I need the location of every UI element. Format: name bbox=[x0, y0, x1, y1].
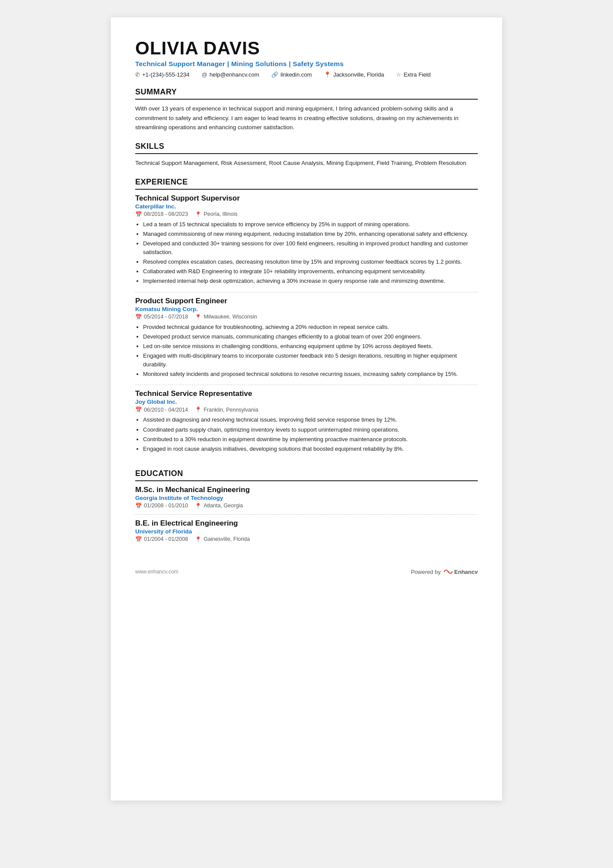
extra-field-contact: ☆ Extra Field bbox=[396, 71, 430, 78]
star-icon: ☆ bbox=[396, 71, 401, 78]
job-title-3: Technical Service Representative bbox=[135, 389, 478, 398]
edu-block-1: M.Sc. in Mechanical Engineering Georgia … bbox=[135, 486, 478, 515]
calendar-icon-edu-1: 📅 bbox=[135, 503, 142, 509]
company-name-3: Joy Global Inc. bbox=[135, 399, 478, 405]
footer-website: www.enhancv.com bbox=[135, 569, 178, 575]
bullet-1-5: Collaborated with R&D Engineering to int… bbox=[143, 267, 478, 276]
job-meta-1: 📅 08/2018 - 08/2023 📍 Peoria, Illinois bbox=[135, 211, 478, 218]
company-name-2: Komatsu Mining Corp. bbox=[135, 306, 478, 312]
location-icon-2: 📍 bbox=[195, 314, 202, 320]
bullet-3-1: Assisted in diagnosing and resolving tec… bbox=[143, 416, 478, 424]
phone-icon: ✆ bbox=[135, 71, 140, 78]
skills-text: Technical Support Management, Risk Asses… bbox=[135, 158, 478, 168]
bullet-2-1: Provided technical guidance for troubles… bbox=[143, 323, 478, 332]
edu-dates-2: 📅 01/2004 - 01/2008 bbox=[135, 536, 188, 543]
summary-section: SUMMARY With over 13 years of experience… bbox=[135, 87, 478, 132]
skills-heading: SKILLS bbox=[135, 142, 478, 154]
email-value: help@enhancv.com bbox=[210, 71, 259, 78]
job-location-3: 📍 Franklin, Pennsylvania bbox=[195, 406, 258, 413]
bullet-2-4: Engaged with multi-disciplinary teams to… bbox=[143, 352, 478, 369]
experience-heading: EXPERIENCE bbox=[135, 178, 478, 190]
bullet-1-4: Resolved complex escalation cases, decre… bbox=[143, 258, 478, 266]
bullet-2-5: Monitored safety incidents and proposed … bbox=[143, 370, 478, 379]
job-location-1: 📍 Peoria, Illinois bbox=[195, 211, 237, 218]
edu-dates-1: 📅 01/2008 - 01/2010 bbox=[135, 503, 188, 509]
job-bullets-1: Led a team of 15 technical specialists t… bbox=[143, 220, 478, 286]
education-heading: EDUCATION bbox=[135, 469, 478, 481]
job-block-1: Technical Support Supervisor Caterpillar… bbox=[135, 194, 478, 292]
job-title-2: Product Support Engineer bbox=[135, 297, 478, 305]
experience-section: EXPERIENCE Technical Support Supervisor … bbox=[135, 178, 478, 459]
job-dates-1: 📅 08/2018 - 08/2023 bbox=[135, 211, 188, 218]
summary-text: With over 13 years of experience in tech… bbox=[135, 104, 478, 132]
bullet-2-3: Led on-site service missions in challeng… bbox=[143, 342, 478, 351]
location-icon-edu-1: 📍 bbox=[195, 503, 202, 509]
job-dates-3: 📅 06/2010 - 04/2014 bbox=[135, 406, 188, 413]
job-block-2: Product Support Engineer Komatsu Mining … bbox=[135, 297, 478, 385]
job-block-3: Technical Service Representative Joy Glo… bbox=[135, 389, 478, 459]
calendar-icon-edu-2: 📅 bbox=[135, 536, 142, 543]
bullet-1-2: Managed commissioning of new mining equi… bbox=[143, 230, 478, 238]
job-meta-3: 📅 06/2010 - 04/2014 📍 Franklin, Pennsylv… bbox=[135, 406, 478, 413]
company-name-1: Caterpillar Inc. bbox=[135, 203, 478, 210]
footer: www.enhancv.com Powered by Enhancv bbox=[135, 569, 478, 575]
education-section: EDUCATION M.Sc. in Mechanical Engineerin… bbox=[135, 469, 478, 548]
degree-title-2: B.E. in Electrical Engineering bbox=[135, 519, 478, 528]
svg-point-0 bbox=[447, 571, 449, 573]
email-contact: @ help@enhancv.com bbox=[202, 71, 259, 78]
location-icon-1: 📍 bbox=[195, 211, 202, 218]
resume-document: OLIVIA DAVIS Technical Support Manager |… bbox=[111, 17, 502, 801]
location-contact: 📍 Jacksonville, Florida bbox=[324, 71, 384, 78]
contact-row: ✆ +1-(234)-555-1234 @ help@enhancv.com 🔗… bbox=[135, 71, 478, 78]
location-icon-3: 📍 bbox=[195, 406, 202, 413]
job-meta-2: 📅 05/2014 - 07/2018 📍 Milwaukee, Wiscons… bbox=[135, 314, 478, 320]
location-value: Jacksonville, Florida bbox=[333, 71, 384, 78]
phone-value: +1-(234)-555-1234 bbox=[142, 71, 190, 78]
footer-logo: Powered by Enhancv bbox=[411, 569, 478, 575]
calendar-icon-2: 📅 bbox=[135, 314, 142, 320]
extra-field-value: Extra Field bbox=[403, 71, 430, 78]
calendar-icon-3: 📅 bbox=[135, 406, 142, 413]
job-dates-2: 📅 05/2014 - 07/2018 bbox=[135, 314, 188, 320]
bullet-2-2: Developed product service manuals, commu… bbox=[143, 332, 478, 341]
enhancv-text: Enhancv bbox=[454, 569, 478, 575]
bullet-1-1: Led a team of 15 technical specialists t… bbox=[143, 220, 478, 229]
phone-contact: ✆ +1-(234)-555-1234 bbox=[135, 71, 190, 78]
school-name-1: Georgia Institute of Technology bbox=[135, 495, 478, 501]
location-icon: 📍 bbox=[324, 71, 331, 78]
edu-location-2: 📍 Gainesville, Florida bbox=[195, 536, 250, 543]
candidate-name: OLIVIA DAVIS bbox=[135, 38, 478, 58]
bullet-3-3: Contributed to a 30% reduction in equipm… bbox=[143, 435, 478, 444]
edu-location-1: 📍 Atlanta, Georgia bbox=[195, 503, 243, 509]
header-section: OLIVIA DAVIS Technical Support Manager |… bbox=[135, 38, 478, 78]
job-bullets-3: Assisted in diagnosing and resolving tec… bbox=[143, 416, 478, 453]
job-location-2: 📍 Milwaukee, Wisconsin bbox=[195, 314, 257, 320]
edu-meta-2: 📅 01/2004 - 01/2008 📍 Gainesville, Flori… bbox=[135, 536, 478, 543]
edu-block-2: B.E. in Electrical Engineering Universit… bbox=[135, 519, 478, 548]
bullet-3-2: Coordinated parts supply chain, optimizi… bbox=[143, 426, 478, 434]
calendar-icon-1: 📅 bbox=[135, 211, 142, 218]
edu-meta-1: 📅 01/2008 - 01/2010 📍 Atlanta, Georgia bbox=[135, 503, 478, 509]
linkedin-icon: 🔗 bbox=[271, 71, 278, 78]
linkedin-contact: 🔗 linkedin.com bbox=[271, 71, 312, 78]
linkedin-value: linkedin.com bbox=[280, 71, 312, 78]
degree-title-1: M.Sc. in Mechanical Engineering bbox=[135, 486, 478, 494]
school-name-2: University of Florida bbox=[135, 528, 478, 535]
job-bullets-2: Provided technical guidance for troubles… bbox=[143, 323, 478, 379]
skills-section: SKILLS Technical Support Management, Ris… bbox=[135, 142, 478, 168]
enhancv-brand: Enhancv bbox=[443, 569, 478, 575]
enhancv-logo-icon bbox=[443, 569, 453, 575]
location-icon-edu-2: 📍 bbox=[195, 536, 202, 543]
bullet-1-6: Implemented internal help desk optimizat… bbox=[143, 277, 478, 285]
bullet-3-4: Engaged in root cause analysis initiativ… bbox=[143, 445, 478, 453]
powered-by-label: Powered by bbox=[411, 569, 441, 575]
candidate-title: Technical Support Manager | Mining Solut… bbox=[135, 60, 478, 68]
summary-heading: SUMMARY bbox=[135, 87, 478, 100]
email-icon: @ bbox=[202, 71, 207, 78]
bullet-1-3: Developed and conducted 30+ training ses… bbox=[143, 239, 478, 257]
job-title-1: Technical Support Supervisor bbox=[135, 194, 478, 203]
